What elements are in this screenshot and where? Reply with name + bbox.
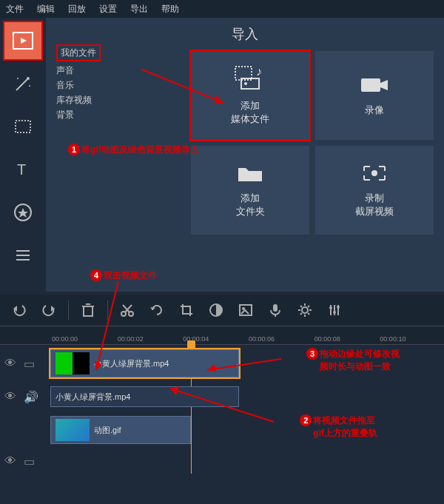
svg-marker-31 bbox=[150, 307, 155, 310]
arrow-3 bbox=[200, 355, 289, 377]
annotation-1: 1将gif动图及绿色背景视频导入 bbox=[68, 144, 199, 156]
tab-more[interactable] bbox=[4, 237, 41, 274]
import-panel: 导入 我的文件 声音 音乐 库存视频 背景 ‹ ♪ 添加 媒体文件 录像 bbox=[46, 18, 444, 292]
menu-file[interactable]: 文件 bbox=[6, 3, 24, 16]
speaker-icon: 🔊 bbox=[24, 390, 38, 404]
arrow-2 bbox=[163, 385, 281, 429]
menu-help[interactable]: 帮助 bbox=[161, 3, 179, 16]
svg-text:T: T bbox=[17, 161, 26, 178]
svg-line-2 bbox=[16, 78, 28, 90]
mic-icon bbox=[268, 303, 283, 317]
import-icon bbox=[12, 30, 34, 52]
time-ruler[interactable]: 00:00:00 00:00:02 00:00:04 00:00:06 00:0… bbox=[0, 326, 444, 345]
anno-badge-1: 1 bbox=[68, 144, 80, 155]
visibility-icon[interactable]: 👁 bbox=[4, 390, 16, 404]
left-sidebar: T bbox=[0, 18, 46, 292]
anno-badge-4: 4 bbox=[90, 269, 102, 281]
svg-point-3 bbox=[27, 77, 30, 80]
tab-transitions[interactable] bbox=[4, 108, 41, 145]
equalizer-button[interactable] bbox=[321, 298, 348, 322]
svg-point-19 bbox=[371, 170, 377, 176]
svg-marker-18 bbox=[380, 80, 388, 90]
card-add-folder-label1: 添加 bbox=[240, 192, 260, 205]
rotate-icon bbox=[149, 303, 164, 317]
gear-button[interactable] bbox=[292, 298, 318, 322]
svg-marker-1 bbox=[21, 38, 27, 44]
annotation-3: 3拖动边缘处可修改视 频时长与动图一致 bbox=[306, 348, 400, 373]
menu-export[interactable]: 导出 bbox=[130, 3, 148, 16]
crop-button[interactable] bbox=[173, 298, 200, 322]
list-icon bbox=[13, 246, 33, 265]
anno-badge-3: 3 bbox=[306, 348, 318, 360]
svg-point-37 bbox=[302, 307, 308, 313]
main-area: T 导入 我的文件 声音 音乐 库存视频 背景 ‹ ♪ 添加 媒体文件 bbox=[0, 18, 444, 292]
arrow-4 bbox=[89, 281, 148, 377]
image-button[interactable] bbox=[232, 298, 259, 322]
record-button[interactable] bbox=[262, 298, 289, 322]
gear-icon bbox=[297, 303, 312, 317]
menu-edit[interactable]: 编辑 bbox=[37, 3, 55, 16]
overlay-icon: ▭ bbox=[24, 357, 35, 371]
svg-point-41 bbox=[329, 306, 332, 309]
menu-settings[interactable]: 设置 bbox=[99, 3, 117, 16]
ruler-tick: 00:00:10 bbox=[378, 335, 444, 343]
card-screenrec-label2: 截屏视频 bbox=[355, 205, 394, 218]
card-add-folder[interactable]: 添加 文件夹 bbox=[191, 146, 309, 235]
card-add-media-label1: 添加 bbox=[240, 99, 260, 112]
sliders-icon bbox=[327, 303, 342, 317]
video-icon: ▭ bbox=[24, 454, 35, 468]
tab-import[interactable] bbox=[4, 22, 41, 59]
card-screenrec-label1: 录制 bbox=[365, 192, 384, 205]
menu-playback[interactable]: 回放 bbox=[68, 3, 86, 16]
undo-icon bbox=[12, 303, 27, 317]
clip-thumb bbox=[56, 352, 90, 374]
wand-icon bbox=[13, 74, 33, 93]
annotation-2: 2将视频文件拖至 gif上方的重叠轨 bbox=[300, 414, 377, 440]
image-icon bbox=[238, 303, 253, 317]
crop-icon bbox=[179, 303, 194, 317]
ruler-tick: 00:00:06 bbox=[247, 335, 313, 343]
tree-myfiles[interactable]: 我的文件 bbox=[56, 44, 101, 61]
svg-rect-35 bbox=[273, 304, 278, 312]
tab-filters[interactable] bbox=[4, 65, 41, 102]
svg-text:♪: ♪ bbox=[256, 65, 262, 78]
folder-icon bbox=[235, 162, 265, 184]
svg-line-44 bbox=[207, 359, 281, 370]
clip-thumb bbox=[56, 419, 90, 441]
clip-label: 小黄人绿屏背景.mp4 bbox=[56, 392, 130, 403]
menu-bar: 文件 编辑 回放 设置 导出 帮助 bbox=[0, 0, 444, 18]
visibility-icon[interactable]: 👁 bbox=[4, 357, 16, 371]
svg-point-42 bbox=[333, 311, 336, 314]
tab-titles[interactable]: T bbox=[4, 151, 41, 188]
tab-stickers[interactable] bbox=[4, 194, 41, 231]
card-screenrec[interactable]: 录制 截屏视频 bbox=[315, 146, 434, 235]
arrow-1 bbox=[135, 62, 238, 121]
svg-point-4 bbox=[17, 78, 18, 79]
color-button[interactable] bbox=[203, 298, 229, 322]
empty-track[interactable]: 👁 ▭ bbox=[50, 448, 444, 474]
svg-point-43 bbox=[337, 306, 340, 309]
anno-badge-2: 2 bbox=[300, 414, 312, 426]
svg-line-46 bbox=[170, 389, 274, 422]
ruler-tick: 00:00:08 bbox=[313, 335, 379, 343]
media-icon: ♪ bbox=[234, 65, 266, 92]
sticker-icon bbox=[13, 202, 33, 223]
svg-point-16 bbox=[244, 82, 247, 85]
undo-button[interactable] bbox=[6, 298, 33, 322]
svg-point-5 bbox=[29, 85, 30, 87]
card-record-label: 录像 bbox=[365, 104, 384, 117]
svg-rect-6 bbox=[16, 121, 30, 132]
import-title: 导入 bbox=[56, 25, 434, 43]
card-record[interactable]: 录像 bbox=[315, 51, 434, 140]
svg-marker-9 bbox=[18, 208, 28, 218]
annotation-4: 4双击视频文件 bbox=[90, 269, 157, 282]
visibility-icon[interactable]: 👁 bbox=[4, 454, 16, 468]
svg-line-20 bbox=[142, 70, 223, 103]
card-add-folder-label2: 文件夹 bbox=[236, 205, 265, 218]
camera-icon bbox=[358, 74, 391, 96]
redo-button[interactable] bbox=[36, 298, 62, 322]
filmstrip-icon bbox=[13, 117, 33, 136]
svg-rect-17 bbox=[361, 78, 380, 92]
text-icon: T bbox=[13, 160, 33, 179]
contrast-icon bbox=[209, 303, 223, 317]
